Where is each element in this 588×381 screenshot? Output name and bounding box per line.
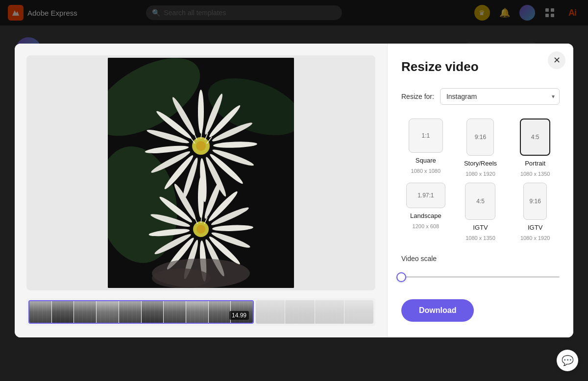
format-ratio-square: 1:1 (421, 132, 430, 139)
resize-panel: Resize video Resize for: Instagram Faceb… (387, 44, 573, 337)
video-panel: 14.99 (15, 44, 387, 337)
format-item-story[interactable]: 9:16 Story/Reels 1080 x 1920 (456, 119, 505, 177)
format-item-landscape[interactable]: 1.97:1 Landscape 1200 x 608 (401, 183, 450, 241)
format-name-igtv1: IGTV (473, 224, 488, 231)
timeline-frame (209, 301, 231, 323)
timeline-active-region[interactable]: 14.99 (28, 300, 254, 324)
format-box-landscape[interactable]: 1.97:1 (406, 183, 445, 208)
timeline-container: 14.99 (26, 298, 375, 326)
format-size-portrait: 1080 x 1350 (520, 171, 550, 177)
svg-point-53 (152, 268, 211, 288)
format-size-igtv2: 1080 x 1920 (520, 235, 550, 241)
svg-point-31 (198, 177, 204, 218)
timeline-frame (256, 300, 285, 324)
format-ratio-igtv2: 9:16 (529, 198, 540, 205)
timeline-inactive-region (256, 300, 373, 324)
modal-body: 14.99 Resize video (15, 44, 573, 337)
format-name-portrait: Portrait (525, 160, 545, 167)
download-button[interactable]: Download (401, 299, 474, 322)
format-grid: 1:1 Square 1080 x 1080 9:16 Story/Reels … (401, 119, 560, 241)
format-name-igtv2: IGTV (528, 224, 542, 231)
format-box-portrait[interactable]: 4:5 (520, 119, 550, 156)
timeline-frame (164, 301, 186, 323)
timeline-timestamp: 14.99 (229, 311, 249, 320)
resize-for-row: Resize for: Instagram Facebook YouTube T… (401, 88, 560, 105)
resize-for-select[interactable]: Instagram Facebook YouTube Twitter TikTo… (440, 88, 560, 105)
timeline-frame (186, 301, 208, 323)
scale-thumb[interactable] (396, 272, 406, 282)
video-preview-area (26, 55, 375, 290)
chat-support-button[interactable]: 💬 (557, 350, 578, 371)
format-ratio-landscape: 1.97:1 (417, 192, 434, 199)
format-box-igtv1[interactable]: 4:5 (465, 183, 495, 220)
resize-for-label: Resize for: (401, 93, 434, 100)
format-box-square[interactable]: 1:1 (409, 119, 443, 153)
video-scale-label: Video scale (401, 255, 560, 262)
close-icon: ✕ (553, 55, 561, 66)
resize-video-modal: ✕ (15, 44, 573, 337)
video-scale-section: Video scale (401, 255, 560, 286)
timeline-frame (29, 301, 51, 323)
modal-overlay[interactable]: ✕ (0, 0, 588, 381)
timeline-frame (119, 301, 141, 323)
timeline-frame (285, 300, 314, 324)
modal-close-button[interactable]: ✕ (548, 51, 565, 69)
format-box-story[interactable]: 9:16 (466, 119, 494, 156)
resize-title: Resize video (401, 59, 560, 74)
svg-point-8 (198, 90, 204, 134)
format-item-portrait[interactable]: 4:5 Portrait 1080 x 1350 (511, 119, 560, 177)
format-ratio-igtv1: 4:5 (476, 198, 485, 205)
timeline-frame (315, 300, 344, 324)
timeline-frame (52, 301, 74, 323)
chat-icon: 💬 (562, 355, 574, 366)
resize-select-wrapper[interactable]: Instagram Facebook YouTube Twitter TikTo… (440, 88, 560, 105)
format-size-igtv1: 1080 x 1350 (466, 235, 495, 241)
format-name-landscape: Landscape (410, 212, 441, 219)
format-item-igtv1[interactable]: 4:5 IGTV 1080 x 1350 (456, 183, 505, 241)
timeline-frame (74, 301, 96, 323)
format-box-igtv2[interactable]: 9:16 (523, 183, 547, 220)
format-size-landscape: 1200 x 608 (413, 223, 439, 229)
timeline-strip-inactive (256, 300, 373, 324)
format-name-story: Story/Reels (464, 160, 497, 167)
timeline-frame (142, 301, 164, 323)
scale-track (401, 276, 560, 278)
format-name-square: Square (416, 157, 436, 164)
format-size-story: 1080 x 1920 (466, 171, 495, 177)
timeline-frame (344, 300, 373, 324)
timeline-frame (97, 301, 119, 323)
format-size-square: 1080 x 1080 (411, 168, 441, 174)
format-item-square[interactable]: 1:1 Square 1080 x 1080 (401, 119, 450, 177)
format-item-igtv2[interactable]: 9:16 IGTV 1080 x 1920 (511, 183, 560, 241)
timeline-strip (29, 301, 253, 323)
svg-point-25 (196, 141, 206, 151)
video-frame (108, 58, 294, 288)
scale-slider-container[interactable] (401, 268, 560, 286)
format-ratio-story: 9:16 (475, 134, 486, 141)
svg-point-48 (196, 225, 205, 234)
format-ratio-portrait: 4:5 (531, 134, 539, 141)
